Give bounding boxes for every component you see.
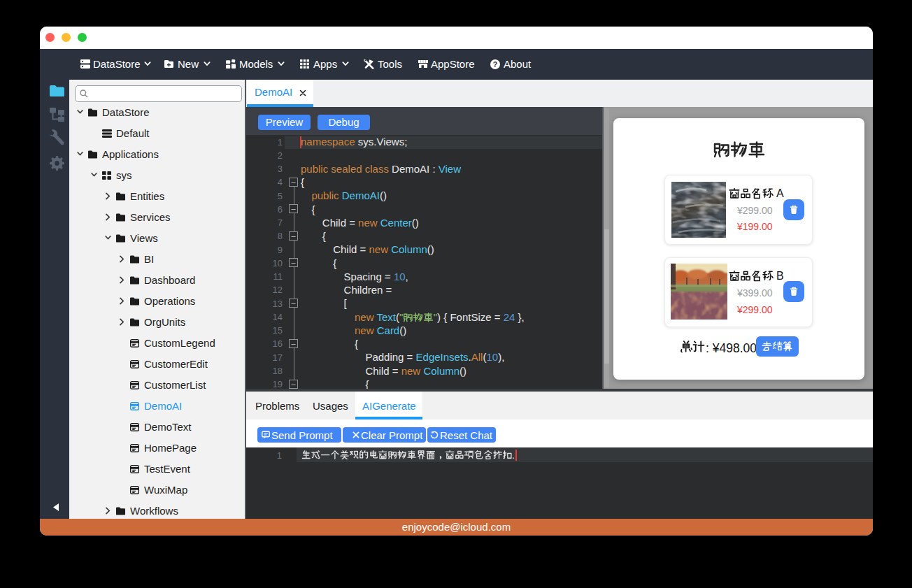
svg-text:?: ? [493,60,497,69]
